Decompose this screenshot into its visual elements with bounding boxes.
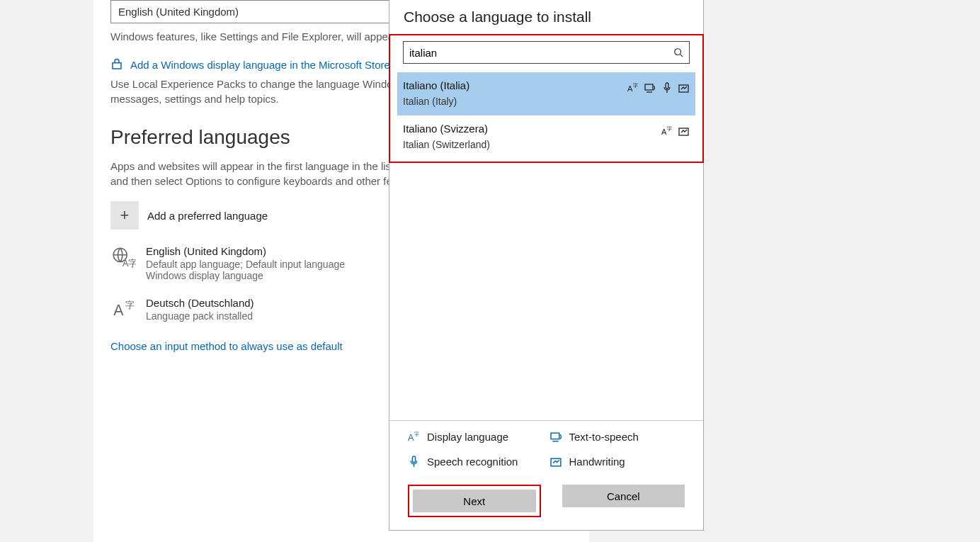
- dialog-title: Choose a language to install: [389, 0, 703, 34]
- text-to-speech-icon: [644, 82, 656, 94]
- svg-rect-21: [412, 456, 415, 463]
- store-icon: [110, 58, 123, 71]
- svg-text:字: 字: [125, 300, 135, 310]
- result-native-name: Italiano (Svizzera): [403, 123, 490, 135]
- svg-point-9: [675, 49, 681, 55]
- language-globe-icon: A字: [110, 245, 137, 269]
- language-result-item[interactable]: Italiano (Italia)Italian (Italy)A字: [397, 72, 695, 115]
- search-icon: [673, 47, 683, 57]
- add-preferred-label: Add a preferred language: [147, 210, 268, 222]
- svg-rect-20: [551, 433, 559, 439]
- text-to-speech-icon: [550, 431, 562, 443]
- result-english-name: Italian (Italy): [403, 96, 469, 107]
- svg-rect-14: [679, 85, 688, 92]
- result-english-name: Italian (Switzerland): [403, 139, 490, 150]
- speech-icon: [661, 82, 673, 94]
- svg-text:A: A: [627, 84, 633, 93]
- display-language-icon: A字: [627, 82, 639, 94]
- language-a-icon: A字: [110, 297, 137, 321]
- handwriting-icon: [678, 82, 690, 94]
- legend-label: Display language: [427, 431, 508, 443]
- svg-rect-13: [666, 83, 668, 89]
- legend-label: Handwriting: [569, 456, 625, 468]
- legend-display-language: A字 Display language: [408, 431, 543, 443]
- dialog-button-row: Next Cancel: [389, 485, 703, 517]
- highlight-box-search: Italiano (Italia)Italian (Italy)A字Italia…: [389, 34, 704, 163]
- language-result-item[interactable]: Italiano (Svizzera)Italian (Switzerland)…: [397, 115, 695, 159]
- legend-handwriting: Handwriting: [550, 456, 685, 468]
- feature-legend: A字 Display language Text-to-speech Speec…: [389, 420, 703, 476]
- next-button[interactable]: Next: [413, 490, 536, 512]
- handwriting-icon: [678, 125, 690, 137]
- legend-speech-recognition: Speech recognition: [408, 456, 543, 468]
- cancel-button[interactable]: Cancel: [562, 485, 685, 507]
- highlight-box-next: Next: [408, 485, 541, 517]
- plus-icon: +: [110, 201, 139, 230]
- svg-text:字: 字: [414, 431, 419, 437]
- legend-label: Speech recognition: [427, 456, 518, 468]
- legend-label: Text-to-speech: [569, 431, 639, 443]
- svg-text:A字: A字: [122, 258, 136, 268]
- svg-rect-12: [645, 84, 653, 90]
- result-feature-icons: A字: [627, 82, 690, 94]
- language-search-input[interactable]: [409, 47, 673, 59]
- install-language-dialog: Choose a language to install Italiano (I…: [389, 0, 704, 531]
- display-language-icon: A字: [408, 431, 420, 443]
- svg-text:字: 字: [667, 126, 672, 131]
- svg-rect-22: [551, 458, 561, 466]
- result-native-name: Italiano (Italia): [403, 79, 469, 91]
- handwriting-icon: [550, 456, 562, 468]
- svg-text:A: A: [661, 128, 667, 136]
- legend-text-to-speech: Text-to-speech: [550, 431, 685, 443]
- store-link-label: Add a Windows display language in the Mi…: [130, 59, 390, 71]
- svg-rect-17: [679, 128, 688, 135]
- result-feature-icons: A字: [661, 125, 690, 137]
- svg-text:A: A: [113, 302, 124, 319]
- display-language-icon: A字: [661, 125, 673, 137]
- speech-icon: [408, 456, 420, 468]
- language-search-box[interactable]: [403, 41, 690, 64]
- svg-text:字: 字: [633, 83, 638, 88]
